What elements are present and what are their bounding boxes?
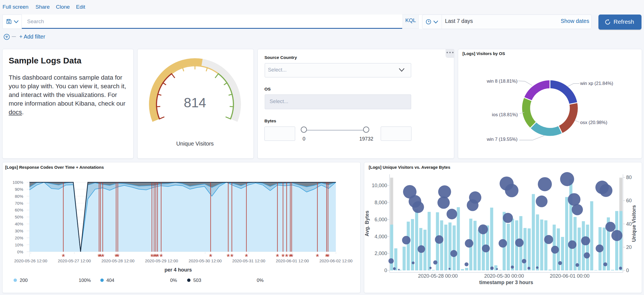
svg-text:win 7 (19.55%): win 7 (19.55%) [486, 136, 517, 141]
svg-text:200: 200 [20, 278, 27, 283]
svg-text:*: * [226, 252, 230, 261]
svg-text:2,000: 2,000 [375, 251, 387, 256]
svg-text:50%: 50% [15, 215, 23, 219]
svg-text:100%: 100% [79, 278, 91, 283]
svg-text:2020-06-02 12:00: 2020-06-02 12:00 [319, 258, 352, 263]
svg-text:8,000: 8,000 [375, 200, 387, 205]
svg-text:2020-05-28 12:00: 2020-05-28 12:00 [101, 258, 134, 263]
svg-text:2020-05-28 00:00: 2020-05-28 00:00 [418, 273, 458, 279]
svg-text:per 4 hours: per 4 hours [164, 267, 192, 273]
svg-text:0%: 0% [17, 249, 23, 254]
svg-text:Unique Visitors: Unique Visitors [631, 205, 637, 242]
svg-text:osx (20.98%): osx (20.98%) [580, 120, 607, 125]
svg-text:2020-05-31 12:00: 2020-05-31 12:00 [232, 258, 265, 263]
svg-text:2020-05-30 00:00: 2020-05-30 00:00 [484, 273, 524, 279]
svg-text:Avg. Bytes: Avg. Bytes [364, 211, 370, 236]
svg-text:40%: 40% [15, 222, 23, 226]
svg-text:80%: 80% [15, 194, 23, 199]
svg-text:2020-05-27 12:00: 2020-05-27 12:00 [58, 258, 91, 263]
svg-text:win 8 (18.81%): win 8 (18.81%) [486, 78, 517, 83]
svg-text:2020-05-29 12:00: 2020-05-29 12:00 [145, 258, 178, 263]
svg-text:70%: 70% [15, 201, 23, 206]
svg-text:80: 80 [626, 175, 632, 180]
svg-text:6,000: 6,000 [375, 217, 387, 222]
svg-text:*: * [316, 252, 319, 261]
svg-text:2020-05-30 12:00: 2020-05-30 12:00 [188, 258, 221, 263]
svg-text:10,000: 10,000 [372, 183, 387, 188]
svg-text:20%: 20% [15, 235, 23, 240]
svg-text:2020-05-26 12:00: 2020-05-26 12:00 [14, 258, 47, 263]
svg-text:814: 814 [184, 95, 206, 110]
svg-text:Unique Visitors: Unique Visitors [176, 141, 214, 147]
svg-text:10%: 10% [15, 242, 23, 247]
svg-text:30%: 30% [15, 229, 23, 233]
svg-text:404: 404 [106, 278, 114, 283]
svg-text:0: 0 [626, 268, 629, 273]
svg-text:win xp (21.84%): win xp (21.84%) [580, 80, 613, 85]
svg-text:0%: 0% [257, 278, 264, 283]
svg-text:4,000: 4,000 [375, 234, 387, 239]
svg-text:503: 503 [193, 278, 201, 283]
svg-text:0%: 0% [170, 278, 177, 283]
svg-text:0: 0 [384, 268, 387, 273]
svg-text:100%: 100% [12, 180, 23, 185]
svg-text:2020-06-01 00:00: 2020-06-01 00:00 [550, 273, 589, 279]
svg-text:60: 60 [626, 198, 632, 203]
svg-text:20: 20 [626, 244, 632, 250]
svg-text:ios (18.81%): ios (18.81%) [492, 112, 518, 117]
svg-text:2020-06-01 12:00: 2020-06-01 12:00 [276, 258, 309, 263]
svg-text:timestamp per 3 hours: timestamp per 3 hours [479, 280, 533, 285]
svg-text:60%: 60% [15, 208, 23, 212]
svg-text:90%: 90% [15, 187, 23, 192]
